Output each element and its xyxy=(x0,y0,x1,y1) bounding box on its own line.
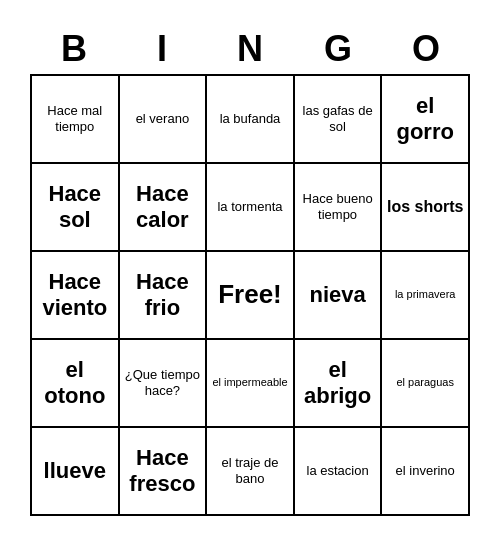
cell-text: nieva xyxy=(309,282,365,308)
letter-o: O xyxy=(386,28,466,70)
table-row: Hace frio xyxy=(120,252,208,340)
table-row: el otono xyxy=(32,340,120,428)
table-row: las gafas de sol xyxy=(295,76,383,164)
cell-text: Hace frio xyxy=(124,269,202,322)
table-row: el paraguas xyxy=(382,340,470,428)
cell-text: el impermeable xyxy=(212,376,287,389)
cell-text: el abrigo xyxy=(299,357,377,410)
table-row: nieva xyxy=(295,252,383,340)
table-row: Free! xyxy=(207,252,295,340)
cell-text: el traje de bano xyxy=(211,455,289,486)
table-row: Hace sol xyxy=(32,164,120,252)
table-row: Hace bueno tiempo xyxy=(295,164,383,252)
cell-text: Hace sol xyxy=(36,181,114,234)
table-row: los shorts xyxy=(382,164,470,252)
table-row: la bufanda xyxy=(207,76,295,164)
bingo-title: B I N G O xyxy=(30,28,470,70)
cell-text: el verano xyxy=(136,111,189,127)
cell-text: la estacion xyxy=(307,463,369,479)
cell-text: el gorro xyxy=(386,93,464,146)
cell-text: llueve xyxy=(44,458,106,484)
bingo-card: B I N G O Hace mal tiempoel veranola buf… xyxy=(20,18,480,526)
table-row: el traje de bano xyxy=(207,428,295,516)
cell-text: Hace fresco xyxy=(124,445,202,498)
table-row: el impermeable xyxy=(207,340,295,428)
cell-text: la primavera xyxy=(395,288,456,301)
table-row: el inverino xyxy=(382,428,470,516)
table-row: la primavera xyxy=(382,252,470,340)
cell-text: las gafas de sol xyxy=(299,103,377,134)
cell-text: el inverino xyxy=(396,463,455,479)
letter-g: G xyxy=(298,28,378,70)
letter-i: I xyxy=(122,28,202,70)
cell-text: Hace calor xyxy=(124,181,202,234)
cell-text: Hace viento xyxy=(36,269,114,322)
table-row: llueve xyxy=(32,428,120,516)
cell-text: Free! xyxy=(218,279,282,310)
letter-b: B xyxy=(34,28,114,70)
table-row: la tormenta xyxy=(207,164,295,252)
table-row: la estacion xyxy=(295,428,383,516)
cell-text: el paraguas xyxy=(396,376,454,389)
cell-text: los shorts xyxy=(387,197,463,216)
table-row: Hace mal tiempo xyxy=(32,76,120,164)
bingo-grid: Hace mal tiempoel veranola bufandalas ga… xyxy=(30,74,470,516)
cell-text: la bufanda xyxy=(220,111,281,127)
cell-text: Hace bueno tiempo xyxy=(299,191,377,222)
table-row: Hace fresco xyxy=(120,428,208,516)
table-row: Hace viento xyxy=(32,252,120,340)
table-row: el abrigo xyxy=(295,340,383,428)
table-row: el verano xyxy=(120,76,208,164)
table-row: ¿Que tiempo hace? xyxy=(120,340,208,428)
table-row: Hace calor xyxy=(120,164,208,252)
table-row: el gorro xyxy=(382,76,470,164)
cell-text: el otono xyxy=(36,357,114,410)
cell-text: ¿Que tiempo hace? xyxy=(124,367,202,398)
cell-text: la tormenta xyxy=(217,199,282,215)
letter-n: N xyxy=(210,28,290,70)
cell-text: Hace mal tiempo xyxy=(36,103,114,134)
